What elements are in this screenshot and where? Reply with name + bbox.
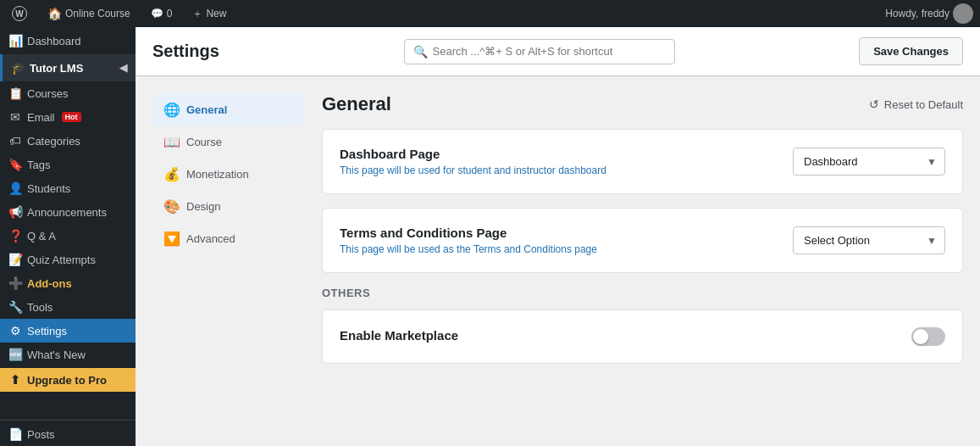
qa-label: Q & A bbox=[27, 230, 56, 243]
nav-item-general[interactable]: 🌐 General bbox=[152, 93, 305, 125]
general-nav-icon: 🌐 bbox=[164, 102, 180, 117]
tools-icon: 🔧 bbox=[8, 300, 22, 314]
dashboard-page-card: Dashboard Page This page will be used fo… bbox=[322, 129, 963, 194]
search-bar[interactable]: 🔍 bbox=[404, 39, 675, 64]
posts-icon: 📄 bbox=[8, 427, 22, 441]
site-name: Online Course bbox=[65, 8, 130, 20]
sidebar: 📊 Dashboard 🎓 Tutor LMS ◀ 📋 Courses ✉ Em… bbox=[0, 27, 136, 446]
terms-card-desc: This page will be used as the Terms and … bbox=[340, 243, 793, 255]
design-nav-icon: 🎨 bbox=[164, 198, 180, 214]
courses-label: Courses bbox=[27, 87, 68, 100]
sidebar-item-courses[interactable]: 📋 Courses bbox=[0, 81, 136, 105]
new-content-button[interactable]: ＋ New bbox=[187, 0, 231, 27]
sidebar-item-tools[interactable]: 🔧 Tools bbox=[0, 295, 136, 319]
advanced-nav-label: Advanced bbox=[186, 232, 235, 245]
dashboard-icon: 📊 bbox=[8, 34, 22, 47]
sidebar-item-dashboard[interactable]: 📊 Dashboard bbox=[0, 27, 136, 54]
monetization-nav-label: Monetization bbox=[186, 168, 249, 181]
home-icon: 🏠 bbox=[47, 7, 62, 20]
categories-icon: 🏷 bbox=[8, 134, 22, 148]
plus-icon: ＋ bbox=[192, 7, 202, 21]
terms-card-info: Terms and Conditions Page This page will… bbox=[340, 226, 793, 255]
wp-logo-icon: W bbox=[12, 6, 27, 21]
whats-new-label: What's New bbox=[27, 348, 86, 361]
qa-icon: ❓ bbox=[8, 229, 22, 243]
nav-item-design[interactable]: 🎨 Design bbox=[152, 190, 305, 222]
settings-header: Settings 🔍 Save Changes bbox=[136, 27, 980, 76]
sidebar-item-tutor-lms[interactable]: 🎓 Tutor LMS ◀ bbox=[0, 54, 136, 81]
comments-count: 0 bbox=[167, 8, 173, 20]
announcements-label: Announcements bbox=[27, 206, 107, 219]
comment-icon: 💬 bbox=[151, 8, 163, 20]
addons-icon: ➕ bbox=[8, 276, 22, 290]
tutor-icon: 🎓 bbox=[11, 61, 25, 75]
dashboard-card-title: Dashboard Page bbox=[340, 147, 793, 161]
sidebar-item-whats-new[interactable]: 🆕 What's New bbox=[0, 343, 136, 366]
course-nav-icon: 📖 bbox=[164, 134, 180, 149]
sidebar-item-quiz-attempts[interactable]: 📝 Quiz Attempts bbox=[0, 248, 136, 271]
enable-marketplace-card: Enable Marketplace bbox=[322, 309, 963, 364]
save-changes-button[interactable]: Save Changes bbox=[859, 37, 963, 65]
dashboard-select-wrapper: Dashboard Home About ▼ bbox=[793, 148, 945, 176]
new-label: New bbox=[206, 8, 226, 20]
categories-label: Categories bbox=[27, 135, 80, 148]
sidebar-item-addons[interactable]: ➕ Add-ons bbox=[0, 271, 136, 295]
whats-new-icon: 🆕 bbox=[8, 348, 22, 361]
settings-nav: 🌐 General 📖 Course 💰 Monetization 🎨 Desi… bbox=[152, 93, 305, 377]
site-name-button[interactable]: 🏠 Online Course bbox=[42, 0, 136, 27]
svg-text:W: W bbox=[15, 9, 24, 19]
howdy-text: Howdy, freddy bbox=[885, 8, 950, 20]
sidebar-item-students[interactable]: 👤 Students bbox=[0, 176, 136, 200]
terms-card-title: Terms and Conditions Page bbox=[340, 226, 793, 240]
nav-item-advanced[interactable]: 🔽 Advanced bbox=[152, 222, 305, 254]
reset-label: Reset to Default bbox=[884, 98, 963, 111]
marketplace-card-title: Enable Marketplace bbox=[340, 328, 911, 343]
terms-select-wrapper: Select Option Terms of Service Privacy P… bbox=[793, 226, 945, 254]
general-nav-label: General bbox=[186, 103, 227, 116]
sidebar-item-posts[interactable]: 📄 Posts bbox=[0, 420, 136, 446]
posts-label: Posts bbox=[27, 428, 55, 441]
nav-item-course[interactable]: 📖 Course bbox=[152, 125, 305, 158]
dashboard-page-select[interactable]: Dashboard Home About bbox=[793, 148, 945, 176]
sidebar-item-announcements[interactable]: 📢 Announcements bbox=[0, 200, 136, 224]
courses-icon: 📋 bbox=[8, 86, 22, 100]
upgrade-icon: ⬆ bbox=[8, 373, 22, 387]
nav-item-monetization[interactable]: 💰 Monetization bbox=[152, 158, 305, 190]
monetization-nav-icon: 💰 bbox=[164, 166, 180, 181]
wp-logo-button[interactable]: W bbox=[7, 0, 32, 27]
search-input[interactable] bbox=[433, 45, 666, 58]
terms-page-select[interactable]: Select Option Terms of Service Privacy P… bbox=[793, 226, 945, 254]
settings-main: General ↺ Reset to Default Dashboard Pag… bbox=[322, 93, 963, 377]
students-label: Students bbox=[27, 182, 70, 195]
marketplace-toggle-wrapper bbox=[911, 327, 945, 346]
upgrade-label: Upgrade to Pro bbox=[27, 374, 107, 387]
page-title: Settings bbox=[152, 42, 219, 61]
tutor-lms-label: Tutor LMS bbox=[30, 62, 83, 75]
search-icon: 🔍 bbox=[413, 45, 428, 59]
settings-label: Settings bbox=[27, 325, 67, 337]
sidebar-item-settings[interactable]: ⚙ Settings bbox=[0, 319, 136, 343]
sidebar-item-qa[interactable]: ❓ Q & A bbox=[0, 224, 136, 248]
sidebar-item-email[interactable]: ✉ Email Hot bbox=[0, 105, 136, 129]
adminbar-right: Howdy, freddy bbox=[885, 3, 973, 24]
quiz-label: Quiz Attempts bbox=[27, 254, 96, 266]
section-title: General bbox=[322, 93, 391, 115]
content-area: Settings 🔍 Save Changes 🌐 General 📖 Cour… bbox=[136, 27, 980, 446]
course-nav-label: Course bbox=[186, 136, 222, 148]
collapse-icon: ◀ bbox=[119, 62, 127, 74]
sidebar-item-categories[interactable]: 🏷 Categories bbox=[0, 129, 136, 153]
dashboard-label: Dashboard bbox=[27, 35, 81, 47]
quiz-icon: 📝 bbox=[8, 253, 22, 266]
comments-button[interactable]: 💬 0 bbox=[146, 0, 178, 27]
dashboard-card-info: Dashboard Page This page will be used fo… bbox=[340, 147, 793, 176]
tags-label: Tags bbox=[27, 159, 50, 171]
addons-label: Add-ons bbox=[27, 277, 72, 290]
toggle-knob bbox=[913, 329, 928, 344]
avatar[interactable] bbox=[953, 3, 973, 24]
reset-to-default-button[interactable]: ↺ Reset to Default bbox=[869, 98, 963, 111]
settings-icon: ⚙ bbox=[8, 324, 22, 337]
hot-badge: Hot bbox=[62, 112, 81, 122]
sidebar-item-upgrade[interactable]: ⬆ Upgrade to Pro bbox=[0, 368, 136, 392]
section-header: General ↺ Reset to Default bbox=[322, 93, 963, 115]
sidebar-item-tags[interactable]: 🔖 Tags bbox=[0, 153, 136, 176]
